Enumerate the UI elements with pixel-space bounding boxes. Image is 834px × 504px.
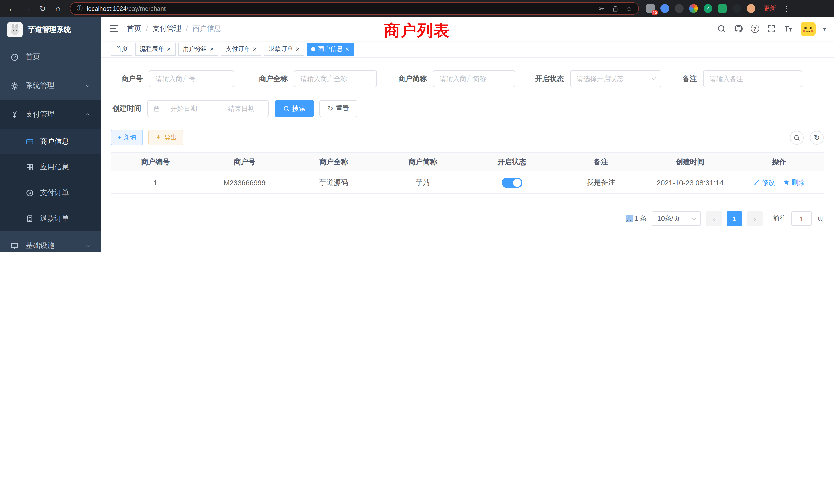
export-button[interactable]: 导出	[148, 130, 183, 145]
refresh-icon: ↻	[328, 105, 333, 112]
delete-link[interactable]: 删除	[784, 178, 805, 187]
tab-pay-order[interactable]: 支付订单×	[221, 42, 261, 56]
avatar-caret-icon[interactable]: ▾	[823, 26, 826, 31]
browser-update-button[interactable]: 更新	[764, 4, 776, 13]
browser-reload-icon[interactable]: ↻	[36, 2, 49, 15]
table-row: 1 M233666999 芋道源码 芋艿 我是备注 2021-10-23 08:…	[111, 171, 824, 194]
download-icon	[155, 134, 162, 141]
add-button[interactable]: + 新增	[111, 130, 143, 145]
tab-label: 流程表单	[140, 45, 164, 53]
date-end-placeholder[interactable]: 结束日期	[221, 104, 262, 113]
sidebar-item-app-info[interactable]: 应用信息	[0, 155, 101, 180]
tab-close-icon[interactable]: ×	[253, 46, 257, 52]
breadcrumb: 首页 / 支付管理 / 商户信息	[127, 24, 221, 33]
extension-icon[interactable]: ✓	[704, 4, 712, 13]
refresh-table-button[interactable]: ↻	[810, 131, 824, 144]
search-button[interactable]: 搜索	[275, 100, 314, 117]
search-icon	[283, 105, 290, 112]
edit-link-label: 修改	[762, 178, 775, 187]
font-size-icon[interactable]	[784, 24, 793, 33]
status-select[interactable]	[570, 70, 661, 87]
sidebar-item-home[interactable]: 首页	[0, 43, 101, 71]
sidebar-item-refund-order[interactable]: 退款订单	[0, 206, 101, 231]
github-icon[interactable]	[734, 24, 743, 33]
browser-forward-icon[interactable]: →	[21, 2, 34, 15]
table-toolbar: + 新增 导出 ↻	[111, 130, 824, 145]
remark-input[interactable]	[703, 70, 802, 87]
tab-close-icon[interactable]: ×	[345, 46, 349, 52]
sidebar-item-merchant-info[interactable]: 商户信息	[0, 129, 101, 155]
extension-icon[interactable]	[718, 4, 727, 13]
full-name-input[interactable]	[294, 70, 377, 87]
breadcrumb-home[interactable]: 首页	[127, 24, 141, 33]
extension-icon[interactable]: 10	[646, 4, 655, 13]
browser-back-icon[interactable]: ←	[5, 2, 19, 15]
sidebar-item-system[interactable]: 系统管理	[0, 71, 101, 100]
cell-remark: 我是备注	[556, 171, 645, 194]
extension-icon[interactable]	[660, 4, 669, 13]
sidebar-item-infrastructure[interactable]: 基础设施	[0, 231, 101, 252]
dashboard-icon	[10, 53, 19, 61]
extension-icon[interactable]	[732, 4, 741, 13]
tab-refund-order[interactable]: 退款订单×	[264, 42, 304, 56]
user-avatar[interactable]	[800, 21, 815, 36]
short-name-input[interactable]	[433, 70, 515, 87]
sidebar-item-label: 支付管理	[26, 110, 54, 119]
extension-icon[interactable]	[689, 4, 698, 13]
tab-close-icon[interactable]: ×	[167, 46, 171, 52]
breadcrumb-payment[interactable]: 支付管理	[153, 24, 181, 33]
share-icon[interactable]	[612, 5, 619, 12]
sidebar-item-label: 应用信息	[40, 163, 69, 172]
status-toggle[interactable]	[502, 177, 522, 188]
hamburger-icon[interactable]	[109, 24, 119, 34]
fullscreen-icon[interactable]	[767, 24, 776, 33]
app-logo: 芋道管理系统	[0, 17, 101, 43]
search-icon[interactable]	[717, 24, 726, 33]
tab-close-icon[interactable]: ×	[296, 46, 300, 52]
password-key-icon[interactable]	[598, 5, 605, 12]
status-label: 开启状态	[515, 74, 570, 84]
tab-user-group[interactable]: 用户分组×	[178, 42, 218, 56]
tab-process-form[interactable]: 流程表单×	[135, 42, 175, 56]
column-header: 操作	[734, 153, 824, 171]
tab-label: 退款订单	[269, 45, 293, 53]
reset-button[interactable]: ↻ 重置	[320, 100, 357, 117]
site-info-icon[interactable]: ⓘ	[76, 4, 83, 13]
prev-page-button[interactable]: ‹	[706, 211, 722, 226]
sidebar-item-label: 退款订单	[40, 214, 69, 223]
page-number-button[interactable]: 1	[727, 211, 742, 226]
bookmark-star-icon[interactable]: ☆	[626, 4, 632, 13]
breadcrumb-current: 商户信息	[193, 24, 221, 33]
help-icon[interactable]: ?	[751, 25, 759, 33]
tab-home[interactable]: 首页	[111, 42, 132, 56]
merchant-no-input[interactable]	[149, 70, 234, 87]
sidebar-item-pay-order[interactable]: 支付订单	[0, 180, 101, 206]
tab-close-icon[interactable]: ×	[210, 46, 214, 52]
chevron-down-icon	[85, 83, 90, 89]
extension-icon[interactable]	[675, 4, 683, 13]
url-host: localhost:1024	[87, 5, 127, 12]
breadcrumb-separator: /	[146, 25, 148, 33]
browser-menu-icon[interactable]: ⋮	[783, 4, 790, 13]
hide-search-button[interactable]	[790, 131, 804, 144]
create-time-range-picker[interactable]: 开始日期 - 结束日期	[147, 100, 269, 117]
date-start-placeholder[interactable]: 开始日期	[163, 104, 204, 113]
page-size-select[interactable]: 10条/页	[652, 211, 701, 226]
browser-home-icon[interactable]: ⌂	[51, 2, 65, 15]
goto-page-input[interactable]	[791, 211, 812, 226]
calendar-icon	[153, 105, 160, 112]
status-select-input[interactable]	[570, 70, 661, 87]
extension-icon[interactable]	[747, 4, 755, 13]
sidebar-item-payment[interactable]: 支付管理	[0, 100, 101, 129]
sidebar-item-label: 商户信息	[40, 137, 69, 146]
tab-merchant-info[interactable]: 商户信息×	[307, 42, 354, 56]
browser-chrome: ← → ↻ ⌂ ⓘ localhost:1024/pay/merchant ☆ …	[0, 0, 834, 17]
delete-link-label: 删除	[792, 178, 805, 187]
next-page-button[interactable]: ›	[747, 211, 763, 226]
merchant-no-label: 商户号	[111, 74, 149, 84]
edit-link[interactable]: 修改	[754, 178, 775, 187]
address-bar[interactable]: ⓘ localhost:1024/pay/merchant ☆	[70, 2, 639, 15]
sidebar-item-label: 支付订单	[40, 188, 69, 198]
card-icon	[26, 138, 34, 146]
table-header: 商户编号 商户号 商户全称 商户简称 开启状态 备注 创建时间 操作	[111, 153, 824, 171]
